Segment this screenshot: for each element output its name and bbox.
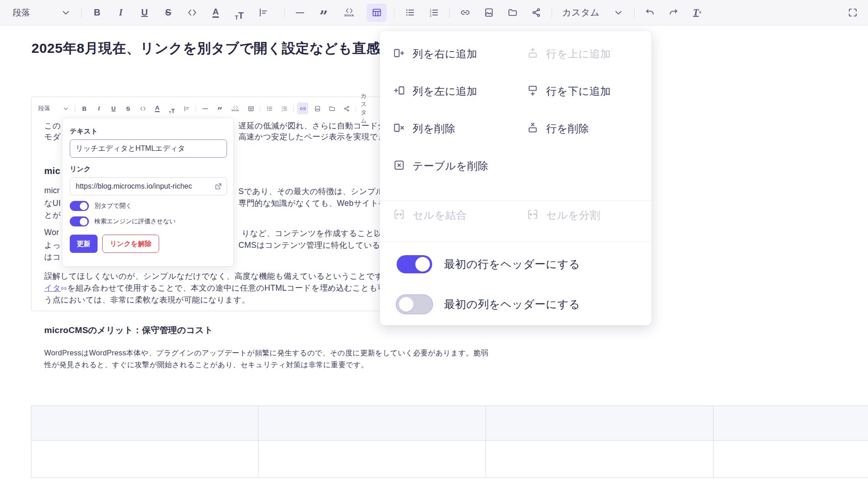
embedded-text: この: [44, 120, 61, 131]
menu-item-add-column-left[interactable]: 列を左に追加: [393, 81, 477, 101]
table-button: [245, 103, 256, 114]
menu-item-delete-row[interactable]: 行を削除: [527, 118, 589, 139]
link-button: [297, 103, 308, 114]
embedded-text: 誤解してほしくないのが、シンプルなだけでなく、高度な機能も備えているということで…: [44, 271, 432, 282]
chevron-down-icon[interactable]: [57, 5, 74, 21]
menu-item-split-cell: セルを分割: [527, 205, 600, 225]
bullet-list-button[interactable]: [402, 5, 418, 21]
first-row-header-toggle[interactable]: [397, 255, 432, 273]
strikethrough-button: S: [123, 103, 134, 114]
table-body-row: [31, 441, 868, 478]
table-cell[interactable]: [486, 441, 713, 478]
toolbar-separator: [394, 7, 394, 18]
delete-table-icon: [393, 159, 405, 173]
link-text-input[interactable]: [70, 139, 227, 158]
undo-button[interactable]: [642, 5, 658, 21]
ordered-list-button[interactable]: 123: [425, 5, 442, 21]
link-button[interactable]: [457, 5, 473, 21]
no-index-toggle[interactable]: [70, 216, 89, 226]
no-index-label: 検索エンジンに評価させない: [94, 217, 176, 226]
table-cell[interactable]: [31, 406, 258, 441]
table-cell[interactable]: [713, 406, 868, 441]
open-new-tab-label: 別タブで開く: [94, 202, 132, 210]
fullscreen-button[interactable]: [844, 5, 861, 21]
toolbar-separator: [81, 7, 82, 18]
align-button: [181, 103, 192, 114]
link-field-label: リンク: [70, 165, 226, 174]
first-row-header-label: 最初の行をヘッダーにする: [444, 257, 580, 272]
body-paragraph-line[interactable]: 性が発見されると、すぐに攻撃が開始されることがあり、セキュリティ対策は非常に重要…: [44, 360, 368, 370]
add-column-right-icon: [393, 47, 405, 61]
embedded-text: う点においては、非常に柔軟な表現が可能になります。: [44, 294, 250, 305]
table-cell[interactable]: [713, 441, 868, 478]
menu-item-merge-cells: セルを結合: [393, 205, 467, 225]
text-field-label: テキスト: [70, 127, 226, 136]
table-cell[interactable]: [258, 441, 486, 478]
quote-button[interactable]: ”: [315, 1, 332, 24]
align-button[interactable]: [255, 5, 271, 21]
open-new-tab-toggle[interactable]: [70, 201, 89, 211]
redo-button[interactable]: [666, 5, 682, 21]
italic-button[interactable]: I: [113, 5, 129, 21]
chevron-down-icon[interactable]: [610, 5, 627, 21]
add-column-left-icon: [393, 84, 405, 98]
body-paragraph-line[interactable]: WordPressはWordPress本体や、プラグインのアップデートが頻繁に発…: [44, 349, 488, 358]
code-block-button[interactable]: block: [339, 5, 359, 21]
link-popup: テキスト リンク 別タブで開く 検索エンジンに評価させない 更新 リンクを解除: [62, 118, 234, 267]
embedded-text: なUI: [44, 198, 61, 209]
clear-format-button[interactable]: T×: [689, 5, 706, 21]
font-size-button: TT: [166, 103, 177, 114]
horizontal-rule-button[interactable]: —: [292, 5, 308, 21]
update-button[interactable]: 更新: [70, 235, 98, 253]
block-type-select[interactable]: 段落: [13, 5, 30, 21]
underline-button: U: [108, 103, 119, 114]
custom-select[interactable]: カスタム: [562, 5, 599, 21]
share-button[interactable]: [528, 5, 544, 21]
table-button[interactable]: [367, 4, 387, 22]
external-link-icon[interactable]: [214, 182, 222, 192]
link-url-input[interactable]: [70, 177, 227, 195]
embedded-text: とが: [44, 210, 61, 221]
toolbar-separator: [284, 7, 284, 18]
image-button: [312, 103, 323, 114]
content-table[interactable]: [31, 405, 868, 478]
add-row-above-icon: [527, 47, 539, 61]
italic-button: I: [93, 103, 104, 114]
inline-link[interactable]: イタ: [44, 283, 61, 293]
toolbar-separator: [552, 7, 552, 18]
menu-item-delete-column[interactable]: 列を削除: [393, 118, 456, 139]
underline-button[interactable]: U: [136, 5, 153, 21]
svg-text:3: 3: [281, 109, 283, 112]
menu-item-delete-table[interactable]: テーブルを削除: [393, 156, 489, 176]
menu-divider: [380, 200, 651, 201]
custom-select: カスタム: [361, 103, 372, 114]
embedded-toolbar: 段落 B I U S A TT — ” block 123 カスタム: [38, 100, 389, 117]
image-button[interactable]: [480, 5, 497, 21]
first-column-header-toggle[interactable]: [397, 295, 432, 313]
code-block-button: block: [229, 103, 242, 114]
merge-cells-icon: [393, 208, 405, 222]
bold-button[interactable]: B: [89, 5, 105, 21]
font-size-button[interactable]: TT: [231, 5, 248, 21]
unlink-button[interactable]: リンクを解除: [102, 235, 159, 253]
ordered-list-button: 123: [279, 103, 289, 114]
table-options-menu: 列を右に追加 行を上に追加 列を左に追加 行を下に追加 列を削除 行を削除 テー…: [380, 31, 651, 325]
menu-item-add-column-right[interactable]: 列を右に追加: [393, 44, 477, 64]
table-cell[interactable]: [258, 406, 486, 441]
embedded-text: はコ: [44, 252, 61, 262]
menu-item-add-row-above: 行を上に追加: [527, 44, 611, 64]
toolbar-separator: [449, 7, 450, 18]
section-heading[interactable]: microCMSのメリット：保守管理のコスト: [44, 324, 213, 336]
table-cell[interactable]: [486, 406, 713, 441]
strikethrough-button[interactable]: S: [160, 5, 176, 21]
document-heading[interactable]: 2025年8月現在、リンクを別タブで開く設定なども直感的: [31, 39, 394, 58]
folder-button[interactable]: [504, 5, 521, 21]
text-color-button[interactable]: A: [212, 7, 219, 18]
share-button: [341, 103, 352, 114]
bold-button: B: [79, 103, 90, 114]
delete-column-icon: [393, 122, 405, 136]
menu-item-add-row-below[interactable]: 行を下に追加: [527, 81, 611, 101]
toolbar-separator: [634, 7, 635, 18]
table-cell[interactable]: [31, 441, 258, 478]
inline-code-button[interactable]: [184, 5, 200, 21]
